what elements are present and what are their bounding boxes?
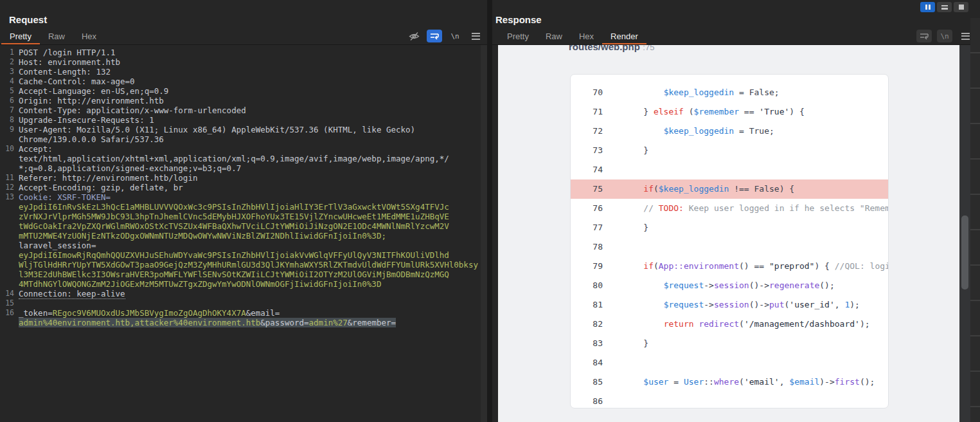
rendered-response: routes/web.php :75 70 $keep_loggedin = F…: [498, 45, 959, 422]
word-wrap-toggle[interactable]: [427, 30, 442, 42]
newline-icon: \n: [940, 32, 949, 41]
request-tab-hex[interactable]: Hex: [73, 30, 105, 44]
request-line: 4Cache-Control: max-age=0: [0, 77, 481, 86]
request-tab-raw[interactable]: Raw: [40, 30, 73, 44]
request-line: l3M3E2dUhBWElkc3I3OWsraHVER3poMWFLYWFlSE…: [0, 270, 481, 279]
request-line: 12Accept-Encoding: gzip, deflate, br: [0, 183, 481, 192]
request-line: admin%40environment.htb,attacker%40envir…: [0, 318, 481, 327]
show-newlines-toggle[interactable]: \n: [447, 30, 463, 42]
code-line: 85 $user = User::where('email', $email)-…: [571, 372, 888, 392]
request-line: *;q=0.8,application/signed-exchange;v=b3…: [0, 163, 481, 173]
code-line: 71 } elseif ($remember == 'True') {: [571, 102, 888, 122]
code-line: 74: [571, 160, 888, 179]
word-wrap-icon: [920, 32, 929, 41]
menu-icon: [961, 33, 970, 40]
eye-off-icon: [409, 32, 420, 41]
request-line: 2Host: environment.htb: [0, 57, 481, 67]
request-line: text/html,application/xhtml+xml,applicat…: [0, 154, 481, 163]
response-scrollbar[interactable]: [959, 45, 970, 422]
code-line: 75 if($keep_loggedin !== False) {: [571, 179, 888, 199]
request-scrollbar[interactable]: [481, 45, 487, 422]
burp-repeater-window: Request Pretty Raw Hex: [0, 0, 980, 422]
request-line: Chrome/139.0.0.0 Safari/537.36: [0, 134, 481, 144]
request-menu-button[interactable]: [468, 30, 483, 42]
request-line: 10Accept:: [0, 144, 481, 154]
response-panel: Response Pretty Raw Hex Render \n: [492, 0, 970, 422]
response-toolbar: \n: [916, 30, 973, 42]
code-line: 72 $keep_loggedin = True;: [571, 122, 888, 141]
code-line: 83 }: [571, 334, 888, 353]
request-line: eyJpdiI6InRvSkEzL3hQcE1aMHBLUVVVQOxWc3c9…: [0, 202, 481, 212]
request-line: 1POST /login HTTP/1.1: [0, 48, 481, 57]
request-line: 14Connection: keep-alive: [0, 289, 481, 298]
request-tab-pretty[interactable]: Pretty: [1, 30, 40, 44]
scrollbar-thumb[interactable]: [961, 216, 968, 289]
code-line: 84: [571, 353, 888, 372]
word-wrap-toggle-response[interactable]: [916, 30, 932, 42]
request-line: 4MTdhNGYlOWQONGZmM2JiOGExMzM5MTUwZTgxZDg…: [0, 279, 481, 289]
code-snippet-card: 70 $keep_loggedin = False;71 } elseif ($…: [570, 74, 889, 408]
code-line: 86: [571, 392, 888, 408]
hide-response-button[interactable]: [406, 30, 422, 42]
response-tab-hex[interactable]: Hex: [571, 30, 602, 44]
request-line: 7Content-Type: application/x-www-form-ur…: [0, 106, 481, 115]
request-panel: Request Pretty Raw Hex: [0, 0, 488, 422]
code-line: 80 $request->session()->regenerate();: [571, 276, 888, 295]
request-line: eyJpdiI6ImowRjRqQmhQQUZXVHJuSEhuWDYvaWc9…: [0, 250, 481, 260]
panel-divider[interactable]: [487, 0, 492, 422]
request-toolbar: \n: [406, 30, 483, 42]
request-line: 6Origin: http://environment.htb: [0, 96, 481, 106]
show-newlines-toggle-response[interactable]: \n: [937, 30, 952, 42]
request-line: 9User-Agent: Mozilla/5.0 (X11; Linux x86…: [0, 125, 481, 134]
request-line: 5Accept-Language: en-US,en;q=0.9: [0, 86, 481, 96]
source-line-number: :75: [643, 45, 654, 52]
request-line: tWdGcOakIra2VpZXQrWGlmRWOxOStXcTVSZUx4WF…: [0, 221, 481, 231]
response-tab-raw[interactable]: Raw: [537, 30, 571, 44]
code-line: 70 $keep_loggedin = False;: [571, 83, 888, 102]
outer-scrollbar[interactable]: [970, 18, 980, 422]
request-line: mMTU2MWE4YzUONjEzNTkzODgxOWNmNTUzMDQwOWY…: [0, 231, 481, 241]
code-line: 73 }: [571, 141, 888, 160]
code-line: 78: [571, 237, 888, 257]
response-tab-pretty[interactable]: Pretty: [499, 30, 537, 44]
source-file-path: routes/web.php: [569, 45, 640, 52]
word-wrap-icon: [430, 32, 440, 41]
error-source-heading: routes/web.php :75: [569, 45, 959, 53]
newline-icon: \n: [450, 32, 459, 41]
response-panel-title: Response: [495, 14, 542, 25]
menu-icon: [472, 33, 480, 40]
code-line: 82 return redirect('/management/dashboar…: [571, 315, 888, 334]
request-line: 16_token=REgoc9V6MUOxdUsJMbSBVygImoZgOAg…: [0, 308, 481, 318]
request-line: 3Content-Length: 132: [0, 67, 481, 77]
code-line: 76 // TODO: Keep user logged in if he se…: [571, 199, 888, 218]
code-line: 79 if(App::environment() == "preprod") {…: [571, 257, 888, 276]
request-line: WljTGlHdHRrYUpYTW5XdGOwT3paaO9GejQzM3ZyM…: [0, 260, 481, 270]
response-tabbar: Pretty Raw Hex Render: [492, 30, 970, 44]
request-editor[interactable]: 1POST /login HTTP/1.12Host: environment.…: [0, 45, 481, 422]
request-line: 13Cookie: XSRF-TOKEN=: [0, 192, 481, 202]
code-line: 77 }: [571, 218, 888, 237]
request-line: 11Referer: http://environment.htb/login: [0, 173, 481, 183]
request-line: 15: [0, 298, 481, 308]
response-tab-render[interactable]: Render: [602, 30, 646, 44]
code-line: 81 $request->session()->put('user_id', 1…: [571, 295, 888, 315]
request-line: 8Upgrade-Insecure-Requests: 1: [0, 115, 481, 125]
request-line: laravel_session=: [0, 241, 481, 250]
request-panel-title: Request: [9, 14, 47, 25]
request-line: zVrNXJrVlprMGh5MW9JbC93L3hpTnJhemlCVnc5d…: [0, 212, 481, 221]
